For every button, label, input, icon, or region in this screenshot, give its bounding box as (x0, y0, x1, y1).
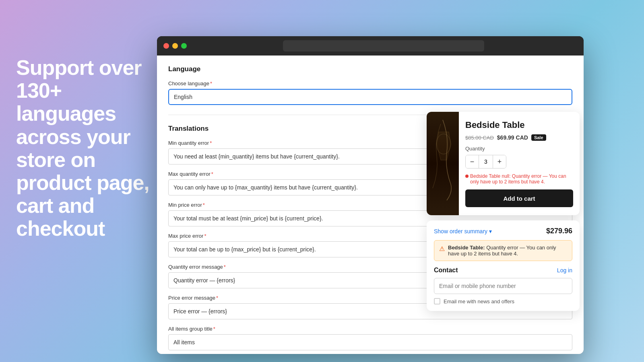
email-input[interactable] (434, 278, 572, 294)
price-original: $85.00 CAD (465, 135, 494, 141)
checkout-card: Show order summary ▾ $279.96 ⚠ Bedside T… (427, 220, 580, 311)
price-sale: $69.99 CAD (497, 134, 528, 141)
checkout-error-text: Bedside Table: Quantity error — You can … (448, 245, 567, 257)
email-newsletter-checkbox[interactable] (434, 298, 440, 304)
traffic-light-minimize[interactable] (172, 43, 178, 49)
choose-language-label: Choose language* (168, 80, 572, 86)
product-price-row: $85.00 CAD $69.99 CAD Sale (465, 134, 573, 141)
chevron-down-icon: ▾ (489, 228, 492, 234)
product-title: Bedside Table (465, 120, 573, 130)
choose-language-field: Choose language* (168, 80, 572, 105)
quantity-control: − 3 + (465, 155, 506, 169)
order-total: $279.96 (546, 227, 572, 235)
product-error-message: Bedside Table null: Quantity error — You… (465, 173, 573, 185)
field-all-items-group-title: All items group title* (168, 326, 572, 350)
show-order-summary-link[interactable]: Show order summary ▾ (434, 228, 492, 234)
input-all-items-group-title[interactable] (168, 334, 572, 350)
error-dot-icon (465, 175, 469, 178)
add-to-cart-button[interactable]: Add to cart (465, 189, 573, 207)
quantity-increase-button[interactable]: + (493, 155, 506, 168)
traffic-light-close[interactable] (163, 43, 169, 49)
hero-text: Support over 130+ languages across your … (16, 56, 153, 241)
email-newsletter-label: Email me with news and offers (444, 298, 514, 304)
contact-title: Contact (434, 267, 458, 274)
checkbox-row: Email me with news and offers (434, 298, 572, 304)
quantity-label: Quantity (465, 146, 573, 152)
language-section: Language Choose language* (168, 65, 572, 105)
traffic-light-maximize[interactable] (181, 43, 187, 49)
url-bar[interactable] (283, 40, 484, 51)
contact-section: Contact Log in Email me with news and of… (434, 267, 572, 304)
browser-content: Language Choose language* Translations M… (157, 56, 584, 354)
contact-header: Contact Log in (434, 267, 572, 274)
product-card: Bedside Table $85.00 CAD $69.99 CAD Sale… (427, 112, 580, 215)
quantity-decrease-button[interactable]: − (466, 155, 479, 168)
browser-window: Language Choose language* Translations M… (157, 36, 584, 354)
login-link[interactable]: Log in (557, 267, 572, 274)
language-section-title: Language (168, 65, 572, 73)
product-card-inner: Bedside Table $85.00 CAD $69.99 CAD Sale… (427, 112, 580, 215)
warning-icon: ⚠ (439, 245, 445, 257)
sale-badge: Sale (531, 134, 546, 141)
product-details: Bedside Table $85.00 CAD $69.99 CAD Sale… (459, 112, 580, 215)
show-order-summary-label: Show order summary (434, 228, 487, 234)
quantity-value: 3 (479, 155, 493, 168)
product-image (427, 112, 459, 215)
browser-titlebar (157, 36, 584, 56)
checkout-error: ⚠ Bedside Table: Quantity error — You ca… (434, 240, 572, 261)
label-all-items-group-title: All items group title* (168, 326, 572, 332)
choose-language-input[interactable] (168, 89, 572, 105)
order-summary-row: Show order summary ▾ $279.96 (434, 227, 572, 235)
